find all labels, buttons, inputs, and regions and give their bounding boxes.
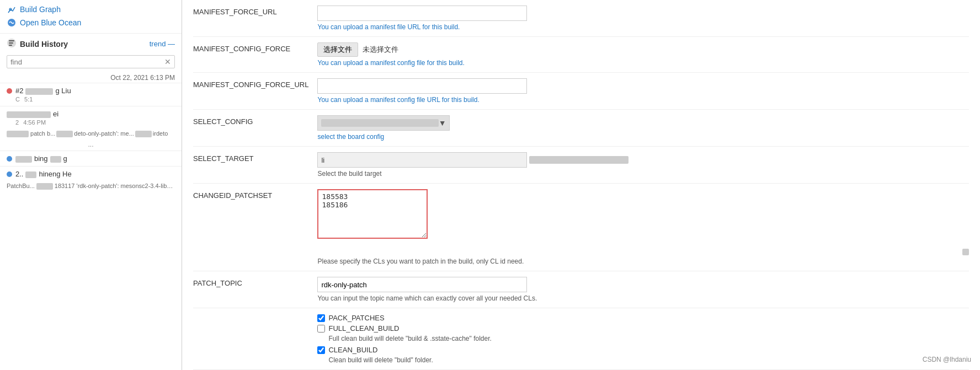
control-manifest-config-force: 选择文件 未选择文件 You can upload a manifest con… (317, 37, 969, 73)
control-manifest-config-force-url: You can upload a manifest config file UR… (317, 73, 969, 110)
watermark: CSDN @lhdaniu (923, 356, 971, 363)
build-item-name-1: #2g Liu (15, 87, 71, 95)
svg-rect-3 (9, 40, 14, 41)
build-dot-blue-2 (7, 171, 12, 177)
blue-ocean-icon (7, 18, 17, 28)
hint-select-target: Select the build target (317, 170, 969, 178)
label-pack-patches[interactable]: PACK_PATCHES (328, 314, 384, 322)
dropdown-arrow-icon: ▼ (439, 119, 446, 127)
build-item-4[interactable]: 2..hineng He (0, 166, 182, 181)
label-manifest-config-force-url: MANIFEST_CONFIG_FORCE_URL (193, 73, 317, 110)
file-choose-button[interactable]: 选择文件 (317, 42, 358, 57)
input-manifest-force-url[interactable] (317, 6, 527, 21)
control-patch-topic: You can input the topic name which can e… (317, 271, 969, 308)
control-checkboxes: PACK_PATCHES FULL_CLEAN_BUILD Full clean… (317, 308, 969, 370)
hint-manifest-config-force-url: You can upload a manifest config file UR… (317, 96, 969, 104)
hint-manifest-force-url: You can upload a manifest file URL for t… (317, 23, 969, 31)
row-patch-topic: PATCH_TOPIC You can input the topic name… (193, 271, 969, 308)
build-item-1[interactable]: #2g Liu C 5:1 (0, 83, 182, 106)
control-select-config: ▼ select the board config (317, 110, 969, 147)
label-manifest-config-force: MANIFEST_CONFIG_FORCE (193, 37, 317, 73)
search-input[interactable] (10, 58, 164, 66)
input-select-target[interactable] (317, 152, 527, 168)
label-checkboxes (193, 308, 317, 370)
row-select-config: SELECT_CONFIG ▼ select the board config (193, 110, 969, 147)
checkbox-clean-build[interactable] (317, 346, 325, 354)
svg-rect-5 (9, 45, 12, 46)
build-history-icon (7, 38, 17, 50)
build-desc-2: PatchBu...183117 'rdk-only-patch': meson… (0, 181, 182, 191)
row-checkboxes: PACK_PATCHES FULL_CLEAN_BUILD Full clean… (193, 308, 969, 370)
row-select-target: SELECT_TARGET Select the build target (193, 147, 969, 184)
hint-manifest-config-force: You can upload a manifest config file fo… (317, 59, 969, 67)
build-history-title: Build History (20, 40, 146, 49)
hint-clean-build: Clean build will delete "build" folder. (328, 356, 969, 364)
row-manifest-config-force: MANIFEST_CONFIG_FORCE 选择文件 未选择文件 You can… (193, 37, 969, 73)
hint-full-clean-build: Full clean build will delete "build & .s… (328, 335, 969, 342)
label-full-clean-build[interactable]: FULL_CLEAN_BUILD (328, 324, 399, 333)
select-blurred-value (321, 119, 438, 127)
search-box: ✕ (7, 55, 175, 68)
build-item-3[interactable]: bingg (0, 151, 182, 166)
control-manifest-force-url: You can upload a manifest file URL for t… (317, 0, 969, 37)
textarea-changeid-patchset[interactable]: 185583 185186 (317, 189, 428, 239)
sidebar: Build Graph Open Blue Ocean Build Histor… (0, 0, 182, 370)
hint-changeid-patchset: Please specify the CLs you want to patch… (317, 258, 969, 265)
build-item-name-3: bingg (15, 154, 67, 163)
build-dot-blue-1 (7, 156, 12, 162)
build-desc-1: patch b...deto-only-patch': me...irdeto (0, 129, 182, 138)
label-select-target: SELECT_TARGET (193, 147, 317, 184)
main-content: MANIFEST_FORCE_URL You can upload a mani… (182, 0, 980, 370)
build-item-sub-2: 2 4:56 PM (7, 119, 175, 126)
build-graph-label: Build Graph (20, 5, 61, 14)
checkbox-row-full-clean: FULL_CLEAN_BUILD (317, 324, 969, 333)
build-item-sub-1: C 5:1 (7, 96, 175, 103)
input-patch-topic[interactable] (317, 277, 527, 292)
build-graph-link[interactable]: Build Graph (7, 4, 175, 14)
checkbox-row-clean-build: CLEAN_BUILD (317, 346, 969, 354)
form-table: MANIFEST_FORCE_URL You can upload a mani… (193, 0, 969, 370)
hint-select-config: select the board config (317, 133, 969, 141)
target-blurred (529, 156, 629, 164)
checkbox-pack-patches[interactable] (317, 314, 325, 322)
hint-patch-topic: You can input the topic name which can e… (317, 294, 969, 302)
open-blue-ocean-label: Open Blue Ocean (20, 18, 81, 27)
scrollbar-handle (962, 249, 969, 255)
input-manifest-config-force-url[interactable] (317, 78, 527, 94)
select-config-dropdown[interactable]: ▼ (317, 115, 450, 131)
row-manifest-force-url: MANIFEST_FORCE_URL You can upload a mani… (193, 0, 969, 37)
trend-link[interactable]: trend — (150, 40, 175, 48)
build-separator[interactable]: ... (0, 138, 182, 151)
build-list: Oct 22, 2021 6:13 PM #2g Liu C 5:1 ei 2 (0, 72, 182, 370)
sidebar-top: Build Graph Open Blue Ocean (0, 0, 182, 33)
svg-rect-4 (9, 42, 13, 44)
file-chooser: 选择文件 未选择文件 (317, 42, 969, 57)
build-date-1: Oct 22, 2021 6:13 PM (0, 72, 182, 83)
label-select-config: SELECT_CONFIG (193, 110, 317, 147)
build-item-2[interactable]: ei 2 4:56 PM (0, 106, 182, 129)
build-dot-red (7, 88, 12, 94)
control-changeid-patchset: 185583 185186 Please specify the CLs you… (317, 184, 969, 271)
build-history-header: Build History trend — (0, 33, 182, 52)
label-clean-build[interactable]: CLEAN_BUILD (328, 346, 377, 354)
label-changeid-patchset: CHANGEID_PATCHSET (193, 184, 317, 271)
file-name-text: 未选择文件 (363, 45, 398, 55)
control-select-target: Select the build target (317, 147, 969, 184)
label-patch-topic: PATCH_TOPIC (193, 271, 317, 308)
label-manifest-force-url: MANIFEST_FORCE_URL (193, 0, 317, 37)
row-changeid-patchset: CHANGEID_PATCHSET 185583 185186 Please s… (193, 184, 969, 271)
checkbox-row-pack-patches: PACK_PATCHES (317, 314, 969, 322)
search-clear-button[interactable]: ✕ (164, 57, 171, 66)
trend-dash-icon: — (168, 40, 175, 48)
row-manifest-config-force-url: MANIFEST_CONFIG_FORCE_URL You can upload… (193, 73, 969, 110)
build-item-name-4: 2..hineng He (15, 170, 72, 178)
open-blue-ocean-link[interactable]: Open Blue Ocean (7, 18, 175, 28)
build-graph-icon (7, 4, 17, 14)
checkbox-full-clean-build[interactable] (317, 325, 325, 333)
build-item-name-2: ei (7, 110, 58, 118)
